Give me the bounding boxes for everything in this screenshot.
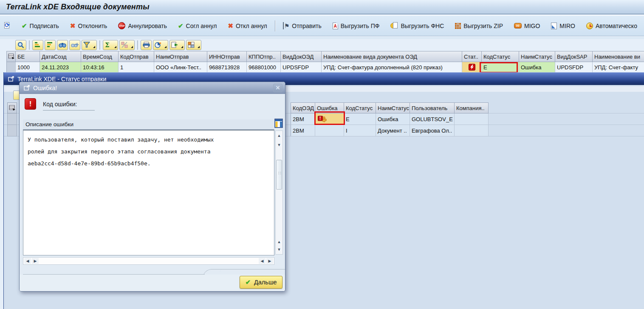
vertical-scrollbar[interactable]: ▲ ▼ ▲ ▼ [275, 130, 283, 255]
column-header-status-code[interactable]: КодСтатус [344, 102, 376, 113]
cell-doc-type-sap[interactable]: UPDSFDP [555, 62, 593, 73]
scroll-left-icon[interactable]: ◀ [24, 258, 31, 264]
auto-button[interactable]: Автоматическо [586, 23, 637, 29]
cell-error-icon[interactable] [315, 125, 344, 136]
agree-annul-button[interactable]: ✔ Согл аннул [178, 22, 217, 30]
column-header-status-code[interactable]: КодСтатус [482, 51, 519, 62]
annul-button[interactable]: STOP Аннулировать [118, 22, 167, 29]
annotation-box-status-code [480, 62, 518, 73]
sign-button[interactable]: ✔ Подписать [22, 22, 59, 30]
scroll-down-icon[interactable]: ▼ [276, 247, 282, 252]
cell-status-name[interactable]: Ошибка [519, 62, 555, 73]
cell-sender-code[interactable]: 1 [119, 62, 154, 73]
cell-doc-name-sap[interactable]: УПД: Счет-факту [593, 62, 644, 73]
hidden-toolbar-button[interactable] [13, 91, 20, 100]
scroll-up-icon[interactable]: ▲ [276, 239, 282, 245]
refresh-button[interactable]: ⟳ [4, 22, 11, 29]
column-header-be[interactable]: БЕ [16, 51, 40, 62]
cell-status-name[interactable]: Документ .. [376, 125, 410, 136]
column-header-company[interactable]: Компания.. [455, 102, 489, 113]
scroll-left-icon[interactable]: ◀ [259, 258, 266, 264]
pdf-icon: A [333, 23, 338, 29]
modal-row-selector[interactable] [7, 113, 17, 125]
migo-button[interactable]: 00 MIGO [514, 23, 540, 29]
decline-annul-button[interactable]: ✖ Откл аннул [228, 22, 267, 30]
column-header-kpp[interactable]: КППОтпр.. [247, 51, 281, 62]
select-all-button[interactable] [6, 51, 16, 62]
cell-kod-oed[interactable]: 2BM [291, 113, 315, 125]
cell-kpp[interactable]: 968801000 [247, 62, 281, 73]
cell-date[interactable]: 24.11.2023 [40, 62, 81, 73]
scroll-down-icon[interactable]: ▼ [276, 142, 282, 148]
cross-icon: ✖ [70, 22, 76, 30]
cell-doc-type-oed[interactable]: UPDSFDP [281, 62, 322, 73]
column-config-button[interactable] [274, 119, 283, 129]
column-header-status-name[interactable]: НаимСтатус [376, 102, 410, 113]
column-header-status-name[interactable]: НаимСтатус [519, 51, 555, 62]
cell-sender-name[interactable]: ООО «Линк-Тест.. [154, 62, 207, 73]
binoculars-icon [59, 42, 66, 48]
toolbar-separator [275, 20, 275, 31]
dialog-title-bar[interactable]: Ошибка! ✕ [20, 82, 285, 94]
export-pf-button[interactable]: A Выгрузить ПФ [333, 23, 380, 29]
scroll-right-icon[interactable]: ▶ [32, 258, 39, 264]
row-selector[interactable] [6, 62, 16, 73]
export-button[interactable] [169, 40, 185, 50]
column-header-kod-oed[interactable]: КодОЭД [291, 102, 315, 113]
column-header-doc-type-sap[interactable]: ВидДокSAP [555, 51, 593, 62]
views-button[interactable] [153, 40, 168, 50]
close-button[interactable]: ✕ [273, 84, 282, 92]
column-header-time[interactable]: ВремяСозд [81, 51, 119, 62]
column-header-date[interactable]: ДатаСозд [40, 51, 81, 62]
find-next-button[interactable] [69, 40, 80, 50]
cell-status-icon[interactable] [462, 62, 482, 73]
check-icon: ✔ [178, 22, 184, 30]
scroll-up-icon[interactable]: ▲ [276, 133, 282, 139]
miro-button[interactable]: MIRO [551, 23, 575, 29]
export-icon [171, 42, 178, 48]
scrollbar-thumb[interactable] [276, 160, 282, 190]
cell-time[interactable]: 10:43:16 [81, 62, 119, 73]
scroll-right-icon[interactable]: ▶ [266, 258, 273, 264]
cell-status-name[interactable]: Ошибка [376, 113, 410, 125]
sort-desc-button[interactable] [45, 40, 56, 50]
modal-select-all-button[interactable] [7, 102, 17, 113]
cell-company[interactable] [455, 125, 489, 136]
sum-button[interactable]: Σ [103, 40, 118, 50]
cell-company[interactable] [455, 113, 489, 125]
column-header-doc-name-oed[interactable]: Наименование вида документа ОЭД [322, 51, 462, 62]
cell-kod-oed[interactable]: 2BM [291, 125, 315, 136]
cell-status-code[interactable]: E [344, 113, 376, 125]
column-header-doc-name-sap[interactable]: Наименование ви [593, 51, 644, 62]
error-description-textarea[interactable]: У пользователя, который поставил задачу,… [23, 130, 274, 255]
find-button[interactable] [57, 40, 68, 50]
table-row: 1000 24.11.2023 10:43:16 1 ООО «Линк-Тес… [6, 62, 644, 73]
column-header-user[interactable]: Пользователь [410, 102, 455, 113]
column-header-doc-type-oed[interactable]: ВидДокОЭД [281, 51, 322, 62]
horizontal-scrollbar[interactable]: ◀ ▶ ◀ ▶ [23, 257, 274, 265]
export-fns-button[interactable]: Выгрузить ФНС [390, 22, 444, 29]
layout-button[interactable] [186, 40, 201, 50]
cell-doc-name-oed[interactable]: УПД: Счет-фактура дополненный (820 прика… [322, 62, 462, 73]
sort-asc-button[interactable] [32, 40, 43, 50]
column-header-inn[interactable]: ИННОтправ [207, 51, 247, 62]
column-header-status-icon[interactable]: Стат.. [462, 51, 482, 62]
cell-user[interactable]: Евграфова Ол.. [410, 125, 455, 136]
send-button[interactable]: ⚑ Отправить [283, 22, 322, 29]
subtotal-button[interactable] [119, 40, 135, 50]
cell-status-code[interactable]: I [344, 125, 376, 136]
modal-row-selector[interactable] [7, 125, 17, 136]
column-header-sender-name[interactable]: НаимОтправ [154, 51, 207, 62]
print-button[interactable] [141, 40, 152, 50]
column-header-sender-code[interactable]: КодОтправ [119, 51, 154, 62]
sigma-icon: Σ [105, 42, 111, 48]
check-icon: ✔ [22, 22, 27, 30]
next-button[interactable]: ✔ Дальше [240, 276, 282, 289]
reject-button[interactable]: ✖ Отклонить [70, 22, 107, 30]
filter-button[interactable] [82, 40, 97, 50]
export-zip-button[interactable]: Выгрузить ZIP [455, 23, 503, 29]
cell-user[interactable]: GOLUBTSOV_E [410, 113, 455, 125]
details-button[interactable] [15, 40, 26, 50]
cell-be[interactable]: 1000 [16, 62, 40, 73]
cell-inn[interactable]: 9688713928 [207, 62, 247, 73]
